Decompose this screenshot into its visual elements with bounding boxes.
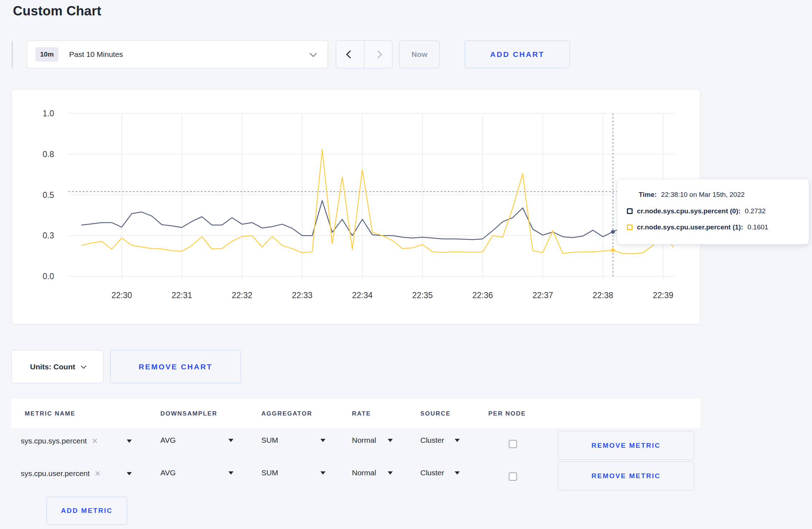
- y-axis-tick-label: 1.0: [43, 109, 54, 118]
- chart-tooltip: Time: 22:38:10 on Mar 15th, 2022 cr.node…: [617, 179, 809, 244]
- chevron-right-icon: [374, 50, 382, 59]
- x-axis-tick-label: 22:35: [412, 291, 433, 300]
- rate-dropdown[interactable]: Normal: [352, 436, 393, 445]
- rate-dropdown[interactable]: Normal: [352, 469, 393, 477]
- chevron-down-icon: [310, 50, 317, 57]
- rate-value: Normal: [352, 436, 376, 445]
- y-axis-tick-label: 0.3: [43, 231, 54, 240]
- prev-range-button[interactable]: [336, 41, 364, 68]
- hover-point-marker: [611, 248, 615, 252]
- per-node-checkbox[interactable]: [509, 440, 517, 448]
- caret-down-icon: [320, 471, 325, 475]
- metric-name-dropdown[interactable]: sys.cpu.sys.percent ×: [21, 436, 132, 446]
- time-range-select[interactable]: 10m Past 10 Minutes: [27, 40, 328, 68]
- x-axis-tick-label: 22:34: [352, 291, 373, 300]
- tooltip-time-label: Time:: [639, 191, 657, 199]
- x-axis-tick-label: 22:30: [111, 291, 132, 300]
- x-axis-tick-label: 22:32: [232, 291, 252, 300]
- page-title: Custom Chart: [13, 4, 101, 19]
- add-chart-button[interactable]: ADD CHART: [465, 40, 570, 68]
- custom-chart-page: Custom Chart 10m Past 10 Minutes Now ADD…: [0, 0, 812, 529]
- aggregator-dropdown[interactable]: SUM: [261, 436, 325, 445]
- source-value: Cluster: [420, 469, 444, 477]
- hover-point-marker: [611, 230, 615, 234]
- source-dropdown[interactable]: Cluster: [420, 436, 460, 445]
- downsampler-dropdown[interactable]: AVG: [160, 436, 233, 445]
- x-axis-tick-label: 22:31: [171, 291, 192, 300]
- chevron-left-icon: [346, 50, 354, 59]
- aggregator-value: SUM: [261, 469, 278, 477]
- clear-metric-icon[interactable]: ×: [92, 436, 97, 446]
- timeseries-chart: 1.00.80.50.30.022:3022:3122:3222:3322:34…: [12, 89, 701, 325]
- caret-down-icon: [127, 472, 132, 475]
- remove-metric-button[interactable]: REMOVE METRIC: [558, 431, 694, 460]
- x-axis-tick-label: 22:33: [292, 291, 313, 300]
- tooltip-series-name: cr.node.sys.cpu.user.percent (1):: [637, 223, 743, 231]
- time-pager: [336, 40, 392, 68]
- col-header-per-node: PER NODE: [488, 410, 526, 417]
- time-range-badge: 10m: [35, 47, 58, 62]
- series-line: [82, 149, 673, 254]
- col-header-source: SOURCE: [420, 410, 451, 417]
- x-axis-tick-label: 22:37: [532, 291, 553, 300]
- col-header-downsampler: DOWNSAMPLER: [160, 410, 217, 417]
- downsampler-value: AVG: [160, 436, 176, 445]
- tooltip-series-name: cr.node.sys.cpu.sys.percent (0):: [637, 207, 740, 215]
- caret-down-icon: [127, 440, 132, 443]
- caret-down-icon: [388, 439, 393, 442]
- x-axis-tick-label: 22:38: [593, 291, 613, 300]
- downsampler-value: AVG: [160, 469, 176, 477]
- caret-down-icon: [455, 471, 460, 475]
- chart-card[interactable]: 1.00.80.50.30.022:3022:3122:3222:3322:34…: [11, 89, 700, 324]
- caret-down-icon: [320, 439, 325, 442]
- y-axis-tick-label: 0.0: [43, 272, 54, 281]
- col-header-aggregator: AGGREGATOR: [261, 410, 312, 417]
- caret-down-icon: [228, 471, 233, 475]
- metric-name-dropdown[interactable]: sys.cpu.user.percent ×: [21, 469, 132, 479]
- remove-metric-button[interactable]: REMOVE METRIC: [558, 461, 694, 490]
- downsampler-dropdown[interactable]: AVG: [160, 469, 233, 477]
- caret-down-icon: [228, 439, 233, 442]
- aggregator-value: SUM: [261, 436, 278, 445]
- next-range-button[interactable]: [364, 41, 392, 68]
- x-axis-tick-label: 22:36: [472, 291, 493, 300]
- metric-name-value: sys.cpu.sys.percent: [21, 437, 87, 445]
- col-header-metric-name: METRIC NAME: [25, 410, 76, 417]
- caret-down-icon: [388, 471, 393, 475]
- chevron-down-icon: [81, 363, 87, 369]
- series-user-swatch-icon: [627, 224, 633, 230]
- source-value: Cluster: [420, 436, 444, 445]
- units-select[interactable]: Units: Count: [11, 350, 103, 383]
- aggregator-dropdown[interactable]: SUM: [261, 469, 325, 477]
- source-dropdown[interactable]: Cluster: [420, 469, 460, 477]
- caret-down-icon: [455, 439, 460, 442]
- y-axis-tick-label: 0.8: [43, 150, 54, 159]
- add-metric-button[interactable]: ADD METRIC: [47, 497, 127, 525]
- per-node-checkbox[interactable]: [509, 472, 517, 481]
- tooltip-series-value: 0.2732: [745, 207, 765, 215]
- remove-chart-button[interactable]: REMOVE CHART: [110, 350, 241, 383]
- toolbar-left-rule: [12, 41, 13, 68]
- col-header-rate: RATE: [352, 410, 371, 417]
- units-label: Units: Count: [30, 363, 75, 371]
- y-axis-tick-label: 0.5: [43, 190, 54, 200]
- clear-metric-icon[interactable]: ×: [95, 469, 101, 479]
- series-sys-swatch-icon: [627, 208, 633, 214]
- rate-value: Normal: [352, 469, 376, 477]
- time-range-label: Past 10 Minutes: [69, 50, 123, 59]
- now-button[interactable]: Now: [399, 40, 440, 68]
- metric-name-value: sys.cpu.user.percent: [21, 469, 90, 478]
- tooltip-time-value: 22:38:10 on Mar 15th, 2022: [661, 191, 744, 199]
- x-axis-tick-label: 22:39: [653, 291, 673, 300]
- tooltip-series-value: 0.1601: [748, 223, 768, 231]
